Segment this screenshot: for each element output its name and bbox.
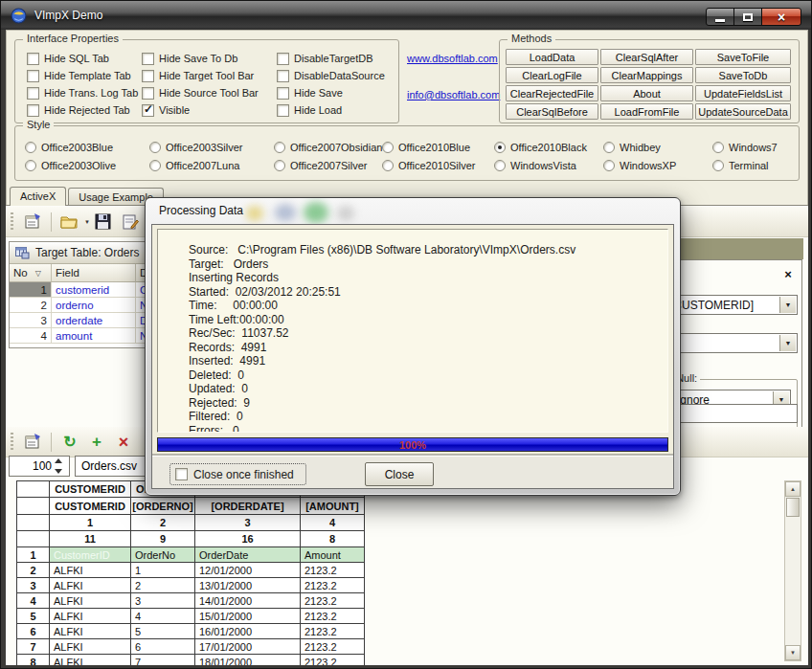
field-row-number[interactable]: 4 [10,328,52,344]
edit-save-icon[interactable] [119,211,142,234]
clearsqlbefore-button[interactable]: ClearSqlBefore [506,103,598,120]
grid-cell[interactable]: 7 [131,655,195,665]
grid-cell[interactable]: ALFKI [50,563,131,578]
column-header-field[interactable]: Field [52,264,136,282]
properties-icon[interactable] [21,211,44,234]
grid-header-mapping[interactable]: [ORDERDATE] [195,498,301,515]
grid-cell[interactable]: 2123.2 [301,639,365,655]
checkbox-disable-data-source[interactable]: DisableDataSource [277,70,392,82]
radio-office2007obsidian[interactable]: Office2007Obsidian [274,142,382,153]
checkbox-hide-target-tool-bar[interactable]: Hide Target Tool Bar [142,70,277,82]
scroll-down-button[interactable]: ▼ [785,645,801,660]
field-name-cell[interactable]: amount [52,328,136,344]
maximize-button[interactable] [733,8,762,26]
row-number[interactable]: 7 [17,639,50,655]
row-number[interactable]: 5 [17,609,50,624]
grid-cell[interactable]: 15/01/2000 [195,609,301,624]
row-number[interactable]: 4 [17,593,50,609]
dialog-close-button[interactable]: Close [365,462,434,486]
field-row-number[interactable]: 1 [10,282,52,298]
grid-cell[interactable]: 14/01/2000 [195,593,301,609]
scrollbar-thumb[interactable] [786,498,800,517]
radio-office2010blue[interactable]: Office2010Blue [382,142,494,153]
radio-office2010black[interactable]: Office2010Black [494,142,603,153]
radio-windows7[interactable]: Windows7 [712,142,803,153]
row-number[interactable]: 2 [17,563,50,578]
radio-office2007luna[interactable]: Office2007Luna [149,160,274,171]
radio-terminal[interactable]: Terminal [712,160,803,171]
row-count-spinner[interactable]: 100 [9,456,70,477]
spinner-up-icon[interactable] [55,458,62,463]
close-once-finished-checkbox[interactable]: Close once finished [169,463,306,485]
checkbox-disable-target-db[interactable]: DisableTargetDB [277,53,392,65]
grid-cell[interactable]: ALFKI [50,624,131,639]
grid-cell[interactable]: ALFKI [50,578,131,593]
grid-cell[interactable]: ALFKI [50,655,131,665]
source-field-combo[interactable]: ▼ [665,333,798,353]
row-number[interactable]: 3 [17,578,50,593]
field-name-cell[interactable]: orderdate [52,313,136,328]
savetofile-button[interactable]: SaveToFile [695,49,791,65]
radio-office2007silver[interactable]: Office2007Silver [274,160,382,171]
grid-cell[interactable]: 2 [131,578,195,593]
toolbar-grip[interactable] [11,212,13,232]
grid-cell[interactable]: 17/01/2000 [195,639,301,655]
updatesourcedata-button[interactable]: UpdateSourceData [695,103,791,120]
grid-cell[interactable]: 1 [131,563,195,578]
radio-office2003silver[interactable]: Office2003Silver [149,142,274,153]
grid-cell[interactable]: 2123.2 [301,578,365,593]
field-name-cell[interactable]: customerid [52,282,136,298]
checkbox-visible[interactable]: Visible [142,104,277,117]
dialog-titlebar[interactable]: Processing Data [146,198,680,224]
grid-cell[interactable]: OrderNo [131,547,195,563]
checkbox-hide-source-tool-bar[interactable]: Hide Source Tool Bar [142,87,277,100]
grid-header-mapping[interactable]: CUSTOMERID [50,498,131,515]
grid-cell[interactable]: 2123.2 [301,609,365,624]
add-icon[interactable]: + [85,431,108,454]
loaddata-button[interactable]: LoadData [506,49,598,65]
grid-cell[interactable]: 16/01/2000 [195,624,301,639]
checkbox-hide-trans-log-tab[interactable]: Hide Trans. Log Tab [27,87,142,100]
clearmappings-button[interactable]: ClearMappings [600,67,693,83]
grid-cell[interactable]: ALFKI [50,609,131,624]
grid-cell[interactable]: 18/01/2000 [195,655,301,665]
grid-cell[interactable]: 3 [131,593,195,609]
save-icon[interactable] [92,211,115,234]
checkbox-hide-save[interactable]: Hide Save [277,87,392,100]
field-row-number[interactable]: 3 [10,313,52,328]
grid-cell[interactable]: 2123.2 [301,624,365,639]
grid-cell[interactable]: 2123.2 [301,593,365,609]
website-link[interactable]: www.dbsoftlab.com [407,53,498,64]
grid-cell[interactable]: Amount [301,547,365,563]
toolbar-grip[interactable] [11,433,13,452]
checkbox-hide-sql-tab[interactable]: Hide SQL Tab [27,53,142,65]
radio-whidbey[interactable]: Whidbey [603,142,712,153]
minimize-button[interactable] [706,8,734,26]
radio-windowsvista[interactable]: WindowsVista [494,160,603,171]
grid-cell[interactable]: ALFKI [50,593,131,609]
about-button[interactable]: About [600,85,693,101]
field-name-cell[interactable]: orderno [52,298,136,313]
grid-cell[interactable]: OrderDate [195,547,301,563]
folder-dropdown-caret[interactable]: ▼ [84,219,90,225]
delete-icon[interactable]: × [112,431,135,454]
checkbox-hide-template-tab[interactable]: Hide Template Tab [27,70,142,82]
close-button[interactable]: × [761,8,801,26]
vertical-scrollbar[interactable]: ▲ ▼ [784,480,801,661]
radio-office2010silver[interactable]: Office2010Silver [382,160,494,171]
radio-office2003olive[interactable]: Office2003Olive [25,160,149,171]
grid-cell[interactable]: CustomerID [50,547,131,563]
row-number[interactable]: 1 [17,547,50,563]
column-header-no[interactable]: No▽ [10,264,52,282]
chevron-down-icon[interactable]: ▼ [779,335,796,351]
tab-activex[interactable]: ActiveX [10,187,66,206]
updatefieldslist-button[interactable]: UpdateFieldsList [695,85,791,101]
panel-close-icon[interactable]: × [780,266,796,281]
checkbox-hide-load[interactable]: Hide Load [277,104,392,117]
clearlogfile-button[interactable]: ClearLogFile [506,67,598,83]
grid-header-field[interactable]: CUSTOMERID [50,481,131,498]
field-row-number[interactable]: 2 [10,298,52,313]
target-field-combo[interactable]: [CUSTOMERID] ▼ [665,295,798,315]
radio-office2003blue[interactable]: Office2003Blue [25,142,149,153]
refresh-icon[interactable]: ↻ [58,431,81,454]
